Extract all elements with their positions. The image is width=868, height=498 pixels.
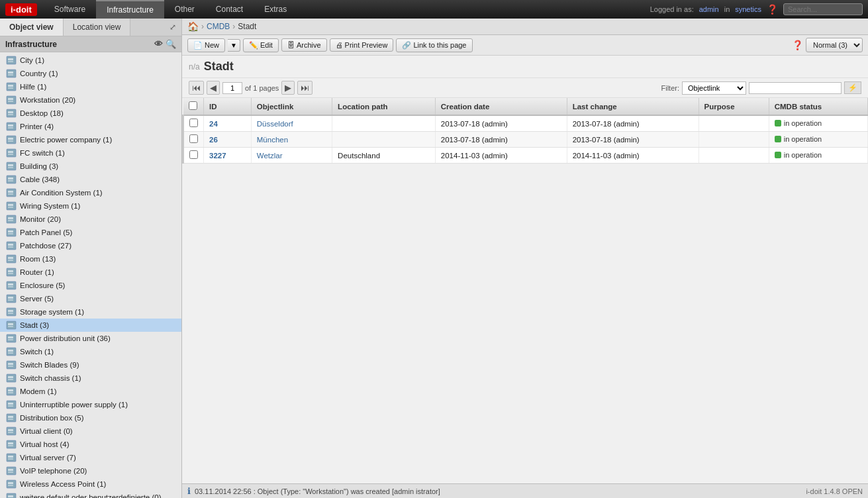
print-preview-button[interactable]: 🖨 Print Preview [330,38,394,52]
tree-item-building[interactable]: Building (3) [0,160,181,173]
col-creation-date[interactable]: Creation date [435,98,567,115]
filter-input[interactable] [749,82,842,94]
row-checkbox-cell[interactable] [183,148,204,164]
tree-item-electric[interactable]: Electric power company (1) [0,133,181,146]
tree-item-switchchassis[interactable]: Switch chassis (1) [0,372,181,385]
tree-item-switch[interactable]: Switch (1) [0,345,181,358]
breadcrumb-cmdb[interactable]: CMDB [207,22,230,31]
tree-item-label: Uninterruptible power supply (1) [20,401,128,409]
col-last-change[interactable]: Last change [567,98,699,115]
filter-select[interactable]: Objectlink ID Location path Creation dat… [682,81,746,95]
nav-user-link[interactable]: admin [699,5,719,13]
normal-select[interactable]: Normal (3) Archived Deleted [806,38,863,52]
tree-item-storage[interactable]: Storage system (1) [0,305,181,319]
page-number-input[interactable] [222,82,242,94]
tree-item-vclient[interactable]: Virtual client (0) [0,424,181,438]
row-objectlink[interactable]: Wetzlar [251,148,332,164]
vhost-icon [5,439,17,450]
col-cmdb-status[interactable]: CMDB status [769,98,867,115]
nav-extras[interactable]: Extras [254,0,297,19]
new-dropdown-arrow[interactable]: ▼ [228,39,240,52]
nav-org-link[interactable]: synetics [735,5,761,13]
wap-icon [5,479,17,489]
row-id[interactable]: 26 [204,132,252,148]
tree-item-workstation[interactable]: Workstation (20) [0,93,181,107]
tree-item-wiring[interactable]: Wiring System (1) [0,199,181,213]
tree-item-aircondition[interactable]: Air Condition System (1) [0,186,181,199]
row-id[interactable]: 3227 [204,148,252,164]
row-id[interactable]: 24 [204,115,252,132]
tree-item-desktop[interactable]: Desktop (18) [0,107,181,120]
nav-contact[interactable]: Contact [205,0,254,19]
col-location-path[interactable]: Location path [332,98,436,115]
tree-item-ups[interactable]: Uninterruptible power supply (1) [0,398,181,411]
room-icon [5,254,17,264]
page-first-button[interactable]: ⏮ [189,81,204,95]
tree-item-room[interactable]: Room (13) [0,252,181,266]
row-checkbox[interactable] [189,119,198,127]
row-checkbox-cell[interactable] [183,115,204,132]
home-icon[interactable]: 🏠 [187,21,199,32]
tree-item-modem[interactable]: Modem (1) [0,385,181,398]
tree-item-weitere[interactable]: weitere default oder benutzerdefinierte … [0,491,181,498]
ups-icon [5,399,17,410]
row-checkbox[interactable] [189,134,198,143]
tree-item-patchpanel[interactable]: Patch Panel (5) [0,226,181,239]
sidebar-search-icon[interactable]: 🔍 [166,39,176,49]
sidebar-view-icon[interactable]: 👁 [154,39,163,49]
select-all-checkbox[interactable] [189,101,197,110]
search-input[interactable] [783,3,863,15]
new-button[interactable]: 📄 New [187,38,225,52]
col-purpose[interactable]: Purpose [699,98,769,115]
tree-item-cable[interactable]: Cable (348) [0,173,181,186]
tree-item-country[interactable]: Country (1) [0,67,181,80]
page-next-button[interactable]: ▶ [281,81,295,95]
tab-location-view[interactable]: Location view [64,19,131,36]
tree-item-distbox[interactable]: Distribution box (5) [0,411,181,424]
row-objectlink[interactable]: München [251,132,332,148]
archive-button[interactable]: 🗄 Archive [281,38,327,52]
tree-item-switchblades[interactable]: Switch Blades (9) [0,358,181,372]
nav-software[interactable]: Software [44,0,96,19]
tree-item-pdu[interactable]: Power distribution unit (36) [0,332,181,345]
link-button[interactable]: 🔗 Link to this page [396,38,472,52]
col-objectlink[interactable]: Objectlink [251,98,332,115]
tree-item-vhost[interactable]: Virtual host (4) [0,438,181,451]
tree-item-vserver[interactable]: Virtual server (7) [0,451,181,464]
tree-item-fcswitch[interactable]: FC switch (1) [0,146,181,160]
row-objectlink[interactable]: Düsseldorf [251,115,332,132]
router-icon [5,267,17,277]
tree-item-server[interactable]: Server (5) [0,292,181,305]
tree-item-hilfe[interactable]: Hilfe (1) [0,80,181,93]
tree-item-label: Building (3) [20,162,58,170]
nav-help-icon[interactable]: ❓ [767,4,778,15]
edit-button[interactable]: ✏️ Edit [243,38,279,52]
col-id[interactable]: ID [204,98,252,115]
tree-item-wap[interactable]: Wireless Access Point (1) [0,477,181,491]
page-prev-button[interactable]: ◀ [207,81,220,95]
row-checkbox[interactable] [189,150,198,159]
row-cmdb-status: in operation [769,132,867,148]
page-last-button[interactable]: ⏭ [297,81,313,95]
row-checkbox-cell[interactable] [183,132,204,148]
nav-infrastructure[interactable]: Infrastructure [96,0,164,19]
breadcrumb-bar: 🏠 › CMDB › Stadt [182,19,868,35]
toolbar-help-icon[interactable]: ❓ [792,40,803,50]
tree-item-enclosure[interactable]: Enclosure (5) [0,279,181,292]
tree-item-monitor[interactable]: Monitor (20) [0,213,181,226]
nav-other[interactable]: Other [164,0,205,19]
tree-item-printer[interactable]: Printer (4) [0,120,181,133]
tab-expand-icon[interactable]: ⤢ [164,19,181,36]
sidebar: Object view Location view ⤢ Infrastructu… [0,19,182,498]
app-logo[interactable]: i-doit [5,3,37,16]
tree-item-patchdose[interactable]: Patchdose (27) [0,239,181,252]
tree-item-label: Workstation (20) [20,96,75,104]
tab-object-view[interactable]: Object view [0,19,64,36]
filter-go-button[interactable]: ⚡ [844,81,861,94]
svg-rect-65 [8,339,13,340]
tree-item-stadt[interactable]: Stadt (3) [0,319,181,332]
in-text: in [724,5,730,13]
tree-item-voip[interactable]: VoIP telephone (20) [0,464,181,477]
tree-item-router[interactable]: Router (1) [0,266,181,279]
tree-item-city[interactable]: City (1) [0,54,181,67]
